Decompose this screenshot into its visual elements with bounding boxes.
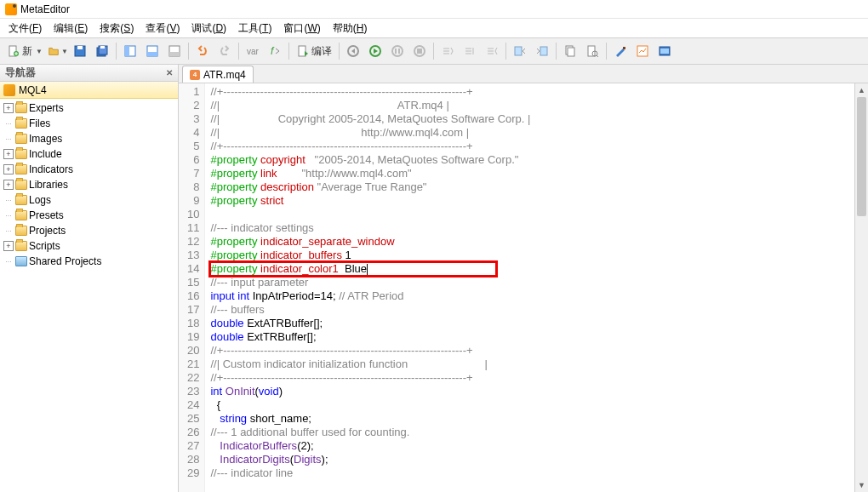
scroll-down-icon[interactable]: ▼ (855, 478, 868, 492)
debug-start-button[interactable] (365, 41, 385, 61)
menu-w[interactable]: 窗口(W) (278, 20, 325, 37)
code-line[interactable]: int OnInit(void) (210, 385, 854, 398)
code-line[interactable]: input int InpAtrPeriod=14; // ATR Period (210, 289, 854, 303)
code-line[interactable]: #property strict (210, 194, 854, 208)
expand-icon[interactable]: + (3, 164, 14, 174)
panel2-button[interactable] (142, 41, 163, 61)
panel3-button[interactable] (164, 41, 185, 61)
menu-s[interactable]: 搜索(S) (94, 20, 139, 37)
menu-d[interactable]: 调试(D) (186, 20, 231, 37)
debug-back-button[interactable] (343, 41, 363, 61)
save-all-button[interactable] (92, 41, 112, 61)
tree-item[interactable]: ···Logs (0, 192, 178, 208)
open-button[interactable]: ▼ (48, 41, 68, 61)
code-line[interactable]: //| ATR.mq4 | (210, 99, 854, 112)
new-button[interactable]: 新▼ (3, 41, 46, 61)
tree-item[interactable]: ···Projects (0, 223, 178, 238)
menu-t[interactable]: 工具(T) (233, 20, 277, 37)
navigator-root[interactable]: MQL4 (0, 82, 178, 99)
expand-icon[interactable]: + (3, 180, 14, 190)
close-icon[interactable]: ✕ (166, 68, 173, 77)
tab-atr[interactable]: 4 ATR.mq4 (182, 66, 254, 83)
code-line[interactable]: #property description "Average True Rang… (210, 180, 854, 194)
scroll-up-icon[interactable]: ▲ (855, 83, 868, 97)
code-line[interactable]: //--- indicator line (210, 466, 854, 480)
tree-item[interactable]: ···Files (0, 116, 178, 131)
chart-button[interactable] (632, 41, 653, 61)
code-line[interactable]: #property indicator_color1 Blue (210, 262, 854, 276)
code-line[interactable]: double ExtATRBuffer[]; (210, 317, 854, 330)
redo-button[interactable] (214, 41, 235, 61)
svg-line-28 (597, 55, 598, 57)
code-line[interactable]: //--- indicator settings (210, 221, 854, 235)
expand-icon[interactable]: + (3, 103, 14, 113)
code-line[interactable]: //| Copyright 2005-2014, MetaQuotes Soft… (210, 112, 854, 126)
app-title: MetaEditor (20, 3, 70, 15)
menu-e[interactable]: 编辑(E) (49, 20, 93, 37)
bm-prev-button[interactable] (510, 41, 530, 61)
scroll-thumb[interactable] (857, 97, 866, 216)
menu-v[interactable]: 查看(V) (140, 20, 185, 37)
code-line[interactable]: { (210, 398, 854, 412)
tree-item[interactable]: ···Images (0, 131, 178, 146)
code-line[interactable]: #property indicator_separate_window (210, 235, 854, 249)
terminal-button[interactable] (654, 41, 675, 61)
expand-icon[interactable]: + (3, 241, 14, 251)
step1-button[interactable] (437, 41, 458, 61)
tree-item[interactable]: ···Presets (0, 208, 178, 223)
code-line[interactable]: IndicatorBuffers(2); (210, 439, 854, 453)
code-line[interactable]: //+-------------------------------------… (210, 344, 854, 358)
compile-button[interactable]: 编译 (293, 41, 335, 61)
svg-rect-6 (100, 46, 105, 49)
vertical-scrollbar[interactable]: ▲ ▼ (854, 83, 868, 492)
svg-rect-10 (147, 52, 157, 56)
code-lines[interactable]: //+-------------------------------------… (205, 83, 854, 492)
code-line[interactable]: #property link "http://www.mql4.com" (210, 167, 854, 180)
menu-h[interactable]: 帮助(H) (328, 20, 373, 37)
tree-dots-icon: ··· (3, 119, 14, 128)
code-editor[interactable]: 1234567891011121314151617181920212223242… (179, 83, 868, 492)
code-line[interactable]: string short_name; (210, 412, 854, 426)
expand-icon[interactable]: + (3, 149, 14, 159)
code-line[interactable]: //--- input parameter (210, 276, 854, 289)
find-button[interactable] (582, 41, 602, 61)
svg-point-17 (392, 46, 403, 56)
code-line[interactable]: //+-------------------------------------… (210, 85, 854, 99)
folder-icon (15, 180, 27, 190)
tree-item[interactable]: +Include (0, 146, 178, 162)
tree-label: Presets (29, 209, 64, 221)
code-line[interactable]: #property copyright "2005-2014, MetaQuot… (210, 153, 854, 167)
code-line[interactable]: IndicatorDigits(Digits); (210, 453, 854, 466)
code-line[interactable]: //--- 1 additional buffer used for count… (210, 426, 854, 439)
svg-rect-19 (398, 49, 400, 54)
tree-item[interactable]: +Experts (0, 100, 178, 116)
styler-button[interactable] (610, 41, 631, 61)
bm-next-button[interactable] (532, 41, 552, 61)
step3-button[interactable] (482, 41, 502, 61)
code-line[interactable]: //+-------------------------------------… (210, 140, 854, 153)
folder-icon (15, 256, 27, 266)
tree-item[interactable]: +Scripts (0, 238, 178, 254)
code-line[interactable]: //+-------------------------------------… (210, 371, 854, 385)
code-line[interactable]: //--- buffers (210, 303, 854, 317)
code-line[interactable]: #property indicator_buffers 1 (210, 249, 854, 262)
folder-icon (15, 103, 27, 113)
menu-f[interactable]: 文件(F) (3, 20, 47, 37)
code-line[interactable]: //| http://www.mql4.com | (210, 126, 854, 140)
panel1-button[interactable] (120, 41, 140, 61)
func-button[interactable]: f (265, 41, 285, 61)
copy-button[interactable] (560, 41, 580, 61)
undo-button[interactable] (192, 41, 213, 61)
code-line[interactable] (210, 208, 854, 221)
save-button[interactable] (70, 41, 90, 61)
code-line[interactable]: double ExtTRBuffer[]; (210, 330, 854, 344)
var-button[interactable]: var (243, 41, 263, 61)
tree-item[interactable]: ···Shared Projects (0, 254, 178, 269)
tree-item[interactable]: +Libraries (0, 177, 178, 192)
folder-icon (15, 226, 27, 236)
code-line[interactable]: //| Custom indicator initialization func… (210, 358, 854, 371)
step2-button[interactable] (460, 41, 480, 61)
debug-stop-button[interactable] (409, 41, 430, 61)
tree-item[interactable]: +Indicators (0, 162, 178, 177)
debug-pause-button[interactable] (387, 41, 408, 61)
